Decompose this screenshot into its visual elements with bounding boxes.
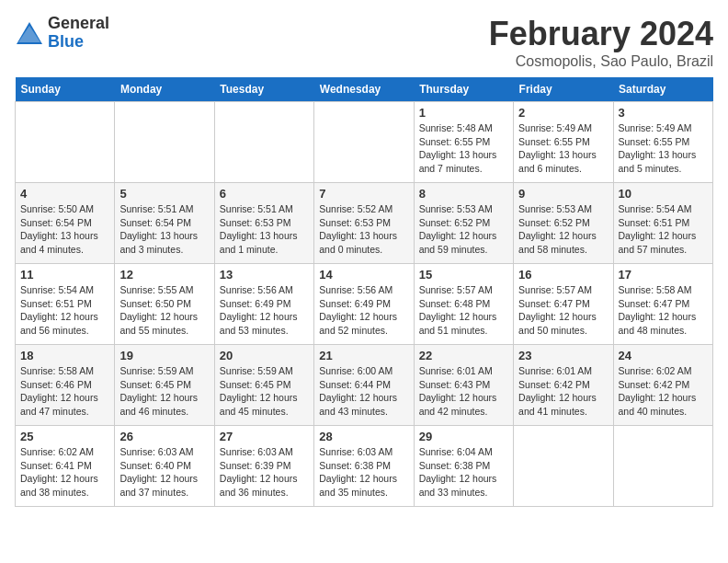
calendar-cell [214, 102, 313, 183]
day-number: 13 [220, 268, 309, 282]
calendar-cell: 1Sunrise: 5:48 AM Sunset: 6:55 PM Daylig… [414, 102, 513, 183]
calendar-cell: 26Sunrise: 6:03 AM Sunset: 6:40 PM Dayli… [115, 426, 214, 507]
calendar-cell: 16Sunrise: 5:57 AM Sunset: 6:47 PM Dayli… [514, 264, 613, 345]
day-number: 19 [119, 349, 209, 362]
day-number: 20 [220, 349, 309, 362]
calendar-cell: 29Sunrise: 6:04 AM Sunset: 6:38 PM Dayli… [414, 426, 513, 507]
day-info: Sunrise: 5:56 AM Sunset: 6:49 PM Dayligh… [220, 283, 309, 338]
day-number: 5 [119, 187, 209, 201]
logo-general-text: General [48, 15, 109, 33]
day-info: Sunrise: 5:51 AM Sunset: 6:54 PM Dayligh… [119, 202, 209, 257]
day-number: 23 [518, 349, 608, 362]
column-header-friday: Friday [514, 77, 613, 102]
week-row-1: 1Sunrise: 5:48 AM Sunset: 6:55 PM Daylig… [16, 102, 713, 183]
day-info: Sunrise: 6:01 AM Sunset: 6:43 PM Dayligh… [419, 364, 508, 419]
day-info: Sunrise: 5:54 AM Sunset: 6:51 PM Dayligh… [20, 283, 109, 338]
calendar-cell: 8Sunrise: 5:53 AM Sunset: 6:52 PM Daylig… [414, 183, 513, 264]
day-info: Sunrise: 5:57 AM Sunset: 6:48 PM Dayligh… [419, 283, 508, 338]
calendar-title: February 2024 [489, 15, 713, 53]
page-header: General Blue February 2024 Cosmopolis, S… [15, 15, 713, 70]
calendar-cell: 17Sunrise: 5:58 AM Sunset: 6:47 PM Dayli… [613, 264, 712, 345]
day-number: 9 [518, 187, 608, 201]
day-info: Sunrise: 5:53 AM Sunset: 6:52 PM Dayligh… [419, 202, 508, 257]
day-number: 12 [119, 268, 209, 282]
day-info: Sunrise: 6:03 AM Sunset: 6:40 PM Dayligh… [119, 445, 209, 500]
day-number: 24 [619, 349, 708, 362]
column-header-saturday: Saturday [613, 77, 712, 102]
day-info: Sunrise: 6:00 AM Sunset: 6:44 PM Dayligh… [319, 364, 408, 419]
day-info: Sunrise: 5:58 AM Sunset: 6:46 PM Dayligh… [20, 364, 109, 419]
day-info: Sunrise: 6:02 AM Sunset: 6:42 PM Dayligh… [619, 364, 708, 419]
calendar-cell: 22Sunrise: 6:01 AM Sunset: 6:43 PM Dayli… [414, 345, 513, 426]
calendar-cell: 21Sunrise: 6:00 AM Sunset: 6:44 PM Dayli… [314, 345, 414, 426]
calendar-body: 1Sunrise: 5:48 AM Sunset: 6:55 PM Daylig… [16, 102, 713, 507]
calendar-cell: 3Sunrise: 5:49 AM Sunset: 6:55 PM Daylig… [613, 102, 712, 183]
day-number: 1 [419, 106, 508, 120]
day-info: Sunrise: 5:53 AM Sunset: 6:52 PM Dayligh… [518, 202, 608, 257]
day-number: 6 [220, 187, 309, 201]
day-number: 4 [20, 187, 109, 201]
day-info: Sunrise: 5:55 AM Sunset: 6:50 PM Dayligh… [119, 283, 209, 338]
calendar-cell: 11Sunrise: 5:54 AM Sunset: 6:51 PM Dayli… [16, 264, 115, 345]
day-number: 2 [518, 106, 608, 120]
calendar-cell: 25Sunrise: 6:02 AM Sunset: 6:41 PM Dayli… [16, 426, 115, 507]
day-number: 18 [20, 349, 109, 362]
calendar-cell: 24Sunrise: 6:02 AM Sunset: 6:42 PM Dayli… [613, 345, 712, 426]
day-info: Sunrise: 5:59 AM Sunset: 6:45 PM Dayligh… [220, 364, 309, 419]
calendar-table: SundayMondayTuesdayWednesdayThursdayFrid… [15, 77, 713, 507]
day-info: Sunrise: 5:50 AM Sunset: 6:54 PM Dayligh… [20, 202, 109, 257]
week-row-3: 11Sunrise: 5:54 AM Sunset: 6:51 PM Dayli… [16, 264, 713, 345]
day-number: 21 [319, 349, 408, 362]
day-info: Sunrise: 5:52 AM Sunset: 6:53 PM Dayligh… [319, 202, 408, 257]
column-header-sunday: Sunday [16, 77, 115, 102]
day-number: 17 [619, 268, 708, 282]
calendar-subtitle: Cosmopolis, Sao Paulo, Brazil [489, 53, 713, 70]
day-info: Sunrise: 5:58 AM Sunset: 6:47 PM Dayligh… [619, 283, 708, 338]
day-number: 15 [419, 268, 508, 282]
day-number: 25 [20, 430, 109, 443]
day-info: Sunrise: 5:57 AM Sunset: 6:47 PM Dayligh… [518, 283, 608, 338]
week-row-4: 18Sunrise: 5:58 AM Sunset: 6:46 PM Dayli… [16, 345, 713, 426]
calendar-cell: 13Sunrise: 5:56 AM Sunset: 6:49 PM Dayli… [214, 264, 313, 345]
day-info: Sunrise: 6:03 AM Sunset: 6:38 PM Dayligh… [319, 445, 408, 500]
day-info: Sunrise: 5:49 AM Sunset: 6:55 PM Dayligh… [518, 121, 608, 176]
logo-blue-text: Blue [48, 33, 109, 52]
column-header-thursday: Thursday [414, 77, 513, 102]
week-row-2: 4Sunrise: 5:50 AM Sunset: 6:54 PM Daylig… [16, 183, 713, 264]
logo: General Blue [15, 15, 109, 52]
calendar-cell: 10Sunrise: 5:54 AM Sunset: 6:51 PM Dayli… [613, 183, 712, 264]
logo-icon [15, 20, 44, 46]
calendar-cell: 5Sunrise: 5:51 AM Sunset: 6:54 PM Daylig… [115, 183, 214, 264]
day-number: 22 [419, 349, 508, 362]
calendar-cell [314, 102, 414, 183]
calendar-cell [115, 102, 214, 183]
day-number: 14 [319, 268, 408, 282]
day-number: 29 [419, 430, 508, 443]
calendar-cell: 12Sunrise: 5:55 AM Sunset: 6:50 PM Dayli… [115, 264, 214, 345]
day-number: 26 [119, 430, 209, 443]
calendar-cell [16, 102, 115, 183]
day-info: Sunrise: 6:03 AM Sunset: 6:39 PM Dayligh… [220, 445, 309, 500]
week-row-5: 25Sunrise: 6:02 AM Sunset: 6:41 PM Dayli… [16, 426, 713, 507]
day-info: Sunrise: 5:59 AM Sunset: 6:45 PM Dayligh… [119, 364, 209, 419]
calendar-cell: 6Sunrise: 5:51 AM Sunset: 6:53 PM Daylig… [214, 183, 313, 264]
day-number: 8 [419, 187, 508, 201]
calendar-cell: 9Sunrise: 5:53 AM Sunset: 6:52 PM Daylig… [514, 183, 613, 264]
day-info: Sunrise: 5:56 AM Sunset: 6:49 PM Dayligh… [319, 283, 408, 338]
calendar-cell: 20Sunrise: 5:59 AM Sunset: 6:45 PM Dayli… [214, 345, 313, 426]
calendar-cell [613, 426, 712, 507]
day-number: 27 [220, 430, 309, 443]
day-number: 11 [20, 268, 109, 282]
day-info: Sunrise: 6:04 AM Sunset: 6:38 PM Dayligh… [419, 445, 508, 500]
calendar-cell [514, 426, 613, 507]
calendar-cell: 23Sunrise: 6:01 AM Sunset: 6:42 PM Dayli… [514, 345, 613, 426]
day-info: Sunrise: 5:48 AM Sunset: 6:55 PM Dayligh… [419, 121, 508, 176]
header-row: SundayMondayTuesdayWednesdayThursdayFrid… [16, 77, 713, 102]
day-number: 16 [518, 268, 608, 282]
calendar-cell: 15Sunrise: 5:57 AM Sunset: 6:48 PM Dayli… [414, 264, 513, 345]
column-header-tuesday: Tuesday [214, 77, 313, 102]
calendar-cell: 2Sunrise: 5:49 AM Sunset: 6:55 PM Daylig… [514, 102, 613, 183]
day-number: 7 [319, 187, 408, 201]
column-header-wednesday: Wednesday [314, 77, 414, 102]
calendar-cell: 4Sunrise: 5:50 AM Sunset: 6:54 PM Daylig… [16, 183, 115, 264]
